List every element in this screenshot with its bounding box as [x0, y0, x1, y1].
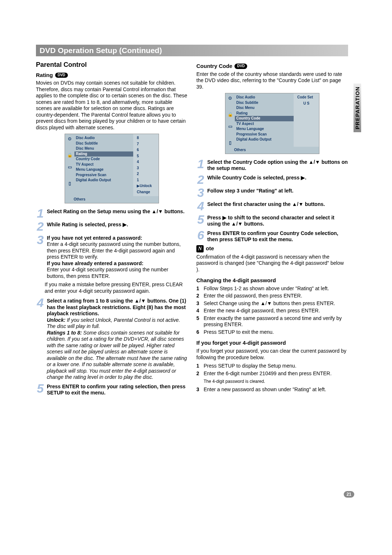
step-3: 3 If you have not yet entered a password…: [36, 234, 188, 280]
changing-password-steps: 1Follow Steps 1-2 as shown above under "…: [196, 285, 348, 336]
tv-icon: ▭: [68, 165, 72, 170]
step-text: Press ENTER to confirm your Country Code…: [207, 230, 338, 243]
step-number-icon: 1: [196, 158, 205, 172]
step-number-icon: 4: [36, 297, 45, 381]
step-2: 2 While Rating is selected, press ▶.: [36, 221, 188, 232]
section-tab: PREPARATION: [354, 84, 361, 132]
disc-icon: ⊙: [68, 136, 72, 142]
forget-step: Enter the 6-digit number 210499 and then…: [204, 370, 348, 377]
rating-value: 2: [135, 171, 156, 177]
mistake-note: If you make a mistake before pressing EN…: [45, 281, 188, 294]
unlock-text: If you select Unlock, Parental Control i…: [47, 317, 180, 329]
code-set-value: U S: [296, 101, 317, 106]
note-heading: Note: [196, 245, 348, 252]
menu-item: Progressive Scan: [235, 132, 294, 137]
menu-item: Disc Subtitle: [235, 100, 294, 106]
lock-icon: 🔒: [67, 153, 73, 158]
change-step: Enter the old password, then press ENTER…: [204, 293, 348, 299]
menu-item: Digital Audio Output: [235, 137, 294, 142]
step-text: Press ENTER to confirm your rating selec…: [47, 384, 185, 396]
rating-value: 7: [135, 142, 156, 147]
menu-item: Disc Audio: [74, 135, 133, 141]
country-code-heading: Country Code DVD: [196, 63, 348, 70]
step-text: Enter your 4-digit security password usi…: [47, 267, 168, 279]
step-number-icon: 4: [196, 200, 205, 212]
menu-item: Menu Language: [235, 126, 294, 132]
step-number-icon: 2: [36, 221, 45, 232]
menu-item: Disc Menu: [235, 105, 294, 111]
unlock-label: Unlock:: [47, 317, 65, 323]
cc-step-6: 6 Press ENTER to confirm your Country Co…: [196, 230, 348, 243]
rating-heading: Rating DVD: [36, 72, 188, 79]
left-column: Parental Control Rating DVD Movies on DV…: [36, 61, 188, 398]
rating-value: 3: [135, 166, 156, 171]
dvd-badge-icon: DVD: [234, 64, 247, 69]
step-text: Enter a 4-digit security password using …: [47, 241, 181, 260]
audio-icon: ▯: [69, 181, 71, 186]
setup-menu-country-code: ⊙ 🔒 ▭ ▯ Disc Audio Disc Subtitle Disc Me…: [225, 93, 319, 154]
rating-value: 8: [135, 135, 156, 141]
step-text: Select a rating from 1 to 8 using the ▲/…: [47, 298, 186, 316]
step-text: Follow step 3 under "Rating" at left.: [207, 188, 293, 194]
menu-others: Others: [225, 147, 319, 154]
menu-item: Country Code: [74, 157, 133, 162]
step-5: 5 Press ENTER to confirm your rating sel…: [36, 383, 188, 396]
step-text: If you have not yet entered a password:: [47, 235, 142, 241]
step-text: Select the first character using the ▲/▼…: [207, 201, 325, 207]
forget-step-sub: The 4-digit password is cleared.: [204, 379, 348, 384]
menu-item: TV Aspect: [74, 162, 133, 167]
cc-step-2: 2 While Country Code is selected, press …: [196, 174, 348, 185]
rating-value: 5: [135, 154, 156, 159]
ratings-text: Some discs contain scenes not suitable f…: [47, 330, 187, 380]
rating-label: Rating: [36, 72, 53, 79]
menu-item: Rating: [235, 111, 294, 116]
rating-value: Change: [135, 190, 156, 195]
step-text: Press ▶ to shift to the second character…: [207, 215, 334, 227]
rating-value: 6: [135, 147, 156, 153]
step-number-icon: 5: [196, 214, 205, 227]
step-number-icon: 3: [36, 234, 45, 280]
page-number: 21: [344, 491, 354, 498]
right-column: Country Code DVD Enter the code of the c…: [196, 61, 348, 398]
parental-control-heading: Parental Control: [36, 61, 188, 69]
lock-icon: 🔒: [228, 112, 233, 117]
code-set-header: Code Set: [296, 95, 317, 100]
menu-item: Disc Subtitle: [74, 141, 133, 146]
country-code-label: Country Code: [196, 63, 232, 70]
setup-menu-rating: ⊙ 🔒 ▭ ▯ Disc Audio Disc Subtitle Disc Me…: [65, 134, 159, 203]
changing-password-heading: Changing the 4-digit password: [196, 277, 348, 284]
disc-icon: ⊙: [228, 96, 232, 101]
cc-step-4: 4 Select the first character using the ▲…: [196, 200, 348, 212]
note-n-icon: N: [196, 245, 204, 252]
rating-intro-text: Movies on DVDs may contain scenes not su…: [36, 80, 188, 131]
rating-value: 4: [135, 159, 156, 165]
audio-icon: ▯: [229, 140, 232, 146]
menu-item: Digital Audio Output: [74, 178, 133, 183]
forget-step: Enter a new password as shown under "Rat…: [204, 386, 348, 393]
step-number-icon: 6: [196, 230, 205, 243]
change-step: Enter the new 4-digit password, then pre…: [204, 308, 348, 314]
country-code-intro: Enter the code of the country whose stan…: [196, 71, 348, 90]
menu-item: Progressive Scan: [74, 173, 133, 178]
step-1: 1 Select Rating on the Setup menu using …: [36, 208, 188, 219]
menu-item: TV Aspect: [235, 121, 294, 127]
step-number-icon: 1: [36, 208, 45, 219]
rating-value: ▶Unlock: [135, 183, 156, 189]
menu-item-selected: Country Code: [235, 116, 294, 121]
step-text: Select the Country Code option using the…: [207, 159, 348, 171]
menu-item: Disc Menu: [74, 146, 133, 151]
forget-password-heading: If you forget your 4-digit password: [196, 340, 348, 347]
tv-icon: ▭: [228, 124, 232, 129]
page-title-banner: DVD Operation Setup (Continued): [36, 45, 348, 56]
note-label: ote: [206, 245, 214, 252]
change-step: Follow Steps 1-2 as shown above under "R…: [204, 285, 348, 292]
step-text: While Country Code is selected, press ▶.: [207, 175, 306, 181]
change-step: Select Change using the ▲/▼ buttons then…: [204, 300, 348, 307]
step-number-icon: 3: [196, 187, 205, 198]
ratings-label: Ratings 1 to 8:: [47, 330, 82, 336]
step-text: If you have already entered a password:: [47, 260, 143, 266]
dvd-badge-icon: DVD: [55, 73, 68, 78]
menu-item-selected: Rating: [74, 151, 133, 157]
step-4: 4 Select a rating from 1 to 8 using the …: [36, 297, 188, 381]
change-step: Enter exactly the same password a second…: [204, 315, 348, 328]
